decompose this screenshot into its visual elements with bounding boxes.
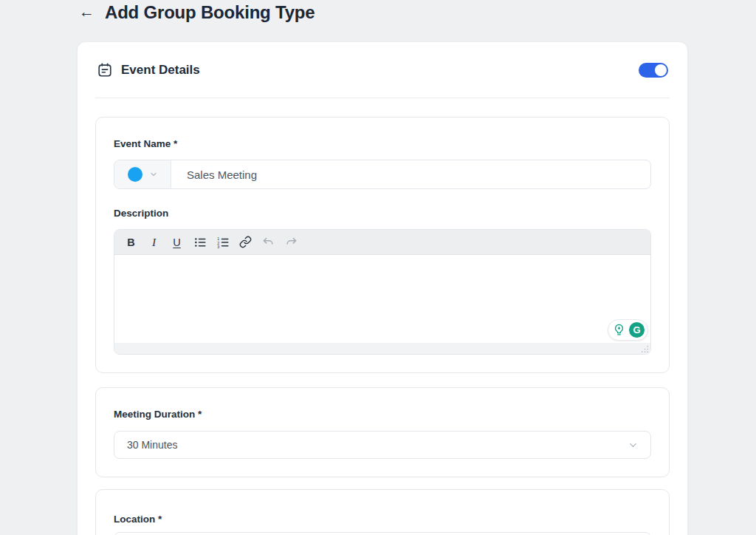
header-divider bbox=[95, 98, 670, 98]
ordered-list-icon[interactable]: 1 2 3 bbox=[211, 232, 234, 253]
toggle-knob bbox=[655, 64, 667, 76]
card-header: Event Details bbox=[78, 42, 687, 98]
chevron-down-icon bbox=[149, 170, 158, 179]
location-section: Location * bbox=[95, 489, 670, 535]
italic-button[interactable]: I bbox=[142, 232, 165, 253]
undo-icon[interactable] bbox=[257, 232, 280, 253]
location-input[interactable] bbox=[114, 532, 651, 535]
chevron-down-icon bbox=[628, 440, 639, 451]
svg-text:3: 3 bbox=[217, 245, 219, 248]
meeting-duration-select[interactable]: 30 Minutes bbox=[114, 431, 651, 459]
event-color-picker[interactable] bbox=[114, 160, 171, 188]
resize-handle-icon[interactable] bbox=[641, 345, 649, 353]
event-name-section: Event Name * Description B I U bbox=[95, 117, 670, 373]
page-header: ← Add Group Booking Type bbox=[0, 0, 756, 41]
event-name-input[interactable] bbox=[171, 160, 650, 188]
page-title: Add Group Booking Type bbox=[105, 2, 315, 22]
meeting-duration-section: Meeting Duration * 30 Minutes bbox=[95, 387, 670, 477]
grammarly-logo-icon[interactable]: G bbox=[629, 322, 645, 338]
description-label: Description bbox=[114, 208, 651, 219]
card-title: Event Details bbox=[121, 63, 200, 78]
notepad-icon bbox=[97, 62, 113, 78]
grammarly-widget[interactable]: G bbox=[608, 319, 648, 341]
bold-button[interactable]: B bbox=[120, 232, 142, 253]
editor-footer bbox=[114, 343, 650, 354]
underline-button[interactable]: U bbox=[165, 232, 188, 253]
meeting-duration-label: Meeting Duration * bbox=[114, 409, 651, 420]
event-details-card: Event Details Event Name * Description B bbox=[77, 41, 688, 535]
grammarly-suggestions-icon[interactable] bbox=[611, 322, 627, 338]
event-color-dot bbox=[128, 167, 142, 182]
event-name-label: Event Name * bbox=[114, 138, 651, 149]
redo-icon[interactable] bbox=[280, 232, 303, 253]
event-details-toggle[interactable] bbox=[639, 63, 668, 78]
bullet-list-icon[interactable] bbox=[188, 232, 211, 253]
meeting-duration-value: 30 Minutes bbox=[127, 439, 177, 451]
description-textarea[interactable]: G bbox=[114, 255, 650, 343]
description-editor: B I U 1 2 bbox=[114, 229, 651, 355]
event-name-row bbox=[114, 160, 651, 189]
back-button[interactable]: ← bbox=[79, 2, 94, 21]
location-label: Location * bbox=[114, 514, 651, 525]
link-icon[interactable] bbox=[234, 232, 257, 253]
editor-toolbar: B I U 1 2 bbox=[114, 230, 650, 255]
